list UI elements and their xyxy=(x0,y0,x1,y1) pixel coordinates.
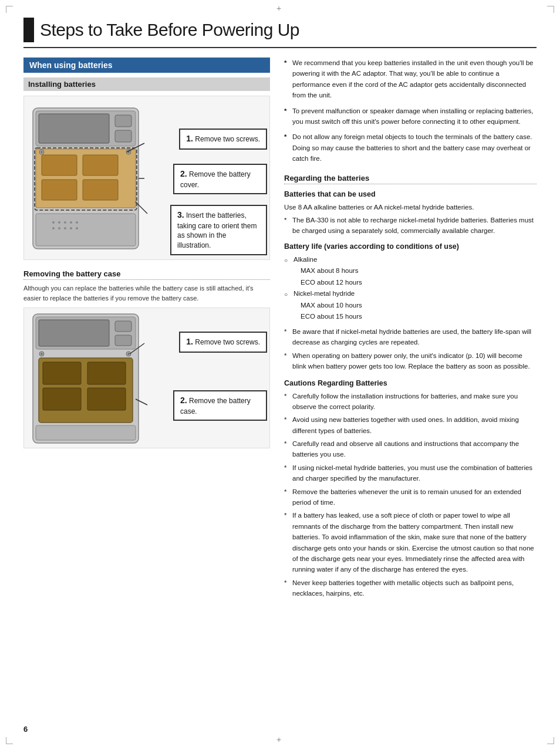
step2-text: Remove the battery cover. xyxy=(180,170,251,189)
corner-mark-br xyxy=(547,737,554,744)
caution-6: If a battery has leaked, use a soft piec… xyxy=(284,510,537,575)
batteries-used-title: Batteries that can be used xyxy=(284,190,537,198)
right-bullet-1: We recommend that you keep batteries ins… xyxy=(284,58,537,101)
rem-step1-text: Remove two screws. xyxy=(195,338,260,346)
nickel-eco: ECO about 15 hours xyxy=(284,311,537,323)
svg-rect-8 xyxy=(42,180,77,200)
callout-step-3: 3. Insert the batteries, taking care to … xyxy=(170,205,267,255)
battery-life-title: Battery life (varies according to condit… xyxy=(284,242,537,251)
svg-rect-35 xyxy=(115,335,131,346)
step2-num: 2. xyxy=(180,169,187,178)
corner-mark-bl xyxy=(6,737,13,744)
caution-4: If using nickel-metal hydride batteries,… xyxy=(284,462,537,484)
removing-title: Removing the battery case xyxy=(23,269,270,280)
corner-mark-tl xyxy=(6,6,13,13)
svg-point-21 xyxy=(76,227,78,229)
when-using-batteries-header: When using batteries xyxy=(23,58,270,73)
step3-text: Insert the batteries, taking care to ori… xyxy=(177,211,257,249)
nickel-max: MAX about 10 hours xyxy=(284,300,537,312)
callout-step-1: 1. Remove two screws. xyxy=(179,129,267,150)
title-accent xyxy=(23,18,34,42)
batteries-used-content: Use 8 AA alkaline batteries or AA nickel… xyxy=(284,202,537,237)
installing-diagram: 1. Remove two screws. 2. Remove the batt… xyxy=(23,96,270,260)
right-bullet-2: To prevent malfunction or speaker damage… xyxy=(284,106,537,127)
installing-batteries-header: Installing batteries xyxy=(23,77,270,91)
removing-callout-step-2: 2. Remove the battery case. xyxy=(173,390,267,421)
right-bullet-3: Do not allow any foreign metal objects t… xyxy=(284,131,537,164)
svg-rect-33 xyxy=(39,320,109,346)
battery-type-nickel: Nickel-metal hydride xyxy=(284,288,537,300)
caution-1: Carefully follow the installation instru… xyxy=(284,391,537,413)
center-mark-top xyxy=(276,6,284,13)
svg-point-13 xyxy=(58,221,60,224)
battery-indicator-note: When operating on battery power only, th… xyxy=(284,350,537,372)
cautions-title: Cautions Regarding Batteries xyxy=(284,379,537,387)
rem-step2-text: Remove the battery case. xyxy=(180,397,251,415)
step1-num: 1. xyxy=(186,134,193,143)
content-layout: When using batteries Installing batterie… xyxy=(23,58,537,602)
device-illustration-2 xyxy=(24,308,159,448)
page-title: Steps to Take Before Powering Up xyxy=(40,20,299,40)
alkaline-max: MAX about 8 hours xyxy=(284,265,537,277)
page-container: Steps to Take Before Powering Up When us… xyxy=(0,0,560,750)
right-column: We recommend that you keep batteries ins… xyxy=(284,58,537,602)
caution-3: Carefully read and observe all cautions … xyxy=(284,438,537,460)
svg-rect-46 xyxy=(87,388,126,410)
removing-desc: Although you can replace the batteries w… xyxy=(23,283,270,303)
svg-point-17 xyxy=(52,227,55,229)
svg-rect-6 xyxy=(42,155,77,175)
battery-life-content: Alkaline MAX about 8 hours ECO about 12 … xyxy=(284,254,537,372)
right-bullets: We recommend that you keep batteries ins… xyxy=(284,58,537,164)
cautions-content: Carefully follow the installation instru… xyxy=(284,391,537,599)
batteries-used-note: The BA-330 is not able to recharge nicke… xyxy=(284,215,537,237)
svg-rect-45 xyxy=(43,388,81,410)
svg-rect-34 xyxy=(115,321,131,332)
svg-rect-2 xyxy=(39,114,109,143)
caution-5: Remove the batteries whenever the unit i… xyxy=(284,487,537,508)
removing-section: Removing the battery case Although you c… xyxy=(23,269,270,448)
caution-2: Avoid using new batteries together with … xyxy=(284,414,537,436)
svg-point-18 xyxy=(58,227,60,229)
removing-callout-step-1: 1. Remove two screws. xyxy=(179,332,267,353)
rem-step2-num: 2. xyxy=(180,396,187,405)
callout-step-2: 2. Remove the battery cover. xyxy=(173,164,267,194)
svg-rect-4 xyxy=(115,130,131,142)
rem-step1-num: 1. xyxy=(186,337,193,346)
battery-life-note: Be aware that if nickel-metal hydride ba… xyxy=(284,326,537,348)
page-title-wrap: Steps to Take Before Powering Up xyxy=(23,18,537,48)
svg-point-14 xyxy=(64,221,66,224)
svg-point-19 xyxy=(64,227,66,229)
regarding-batteries-title: Regarding the batteries xyxy=(284,174,537,184)
svg-rect-47 xyxy=(36,425,136,440)
step1-text: Remove two screws. xyxy=(195,135,260,143)
svg-point-16 xyxy=(76,221,78,224)
center-mark-bottom xyxy=(276,737,284,744)
svg-point-15 xyxy=(70,221,72,224)
left-column: When using batteries Installing batterie… xyxy=(23,58,270,602)
svg-rect-43 xyxy=(43,362,81,384)
svg-rect-9 xyxy=(83,180,118,200)
svg-rect-44 xyxy=(87,362,126,384)
page-number: 6 xyxy=(23,725,28,734)
step3-num: 3. xyxy=(177,210,184,219)
alkaline-eco: ECO about 12 hours xyxy=(284,277,537,289)
device-illustration-1 xyxy=(24,96,159,260)
svg-point-20 xyxy=(70,227,72,229)
caution-7: Never keep batteries together with metal… xyxy=(284,577,537,599)
svg-point-12 xyxy=(52,221,55,224)
svg-rect-3 xyxy=(115,115,131,127)
removing-diagram: 1. Remove two screws. 2. Remove the batt… xyxy=(23,308,270,448)
battery-type-alkaline: Alkaline xyxy=(284,254,537,266)
corner-mark-tr xyxy=(547,6,554,13)
batteries-used-text: Use 8 AA alkaline batteries or AA nickel… xyxy=(284,202,537,212)
svg-rect-7 xyxy=(83,155,118,175)
svg-rect-11 xyxy=(36,214,136,246)
